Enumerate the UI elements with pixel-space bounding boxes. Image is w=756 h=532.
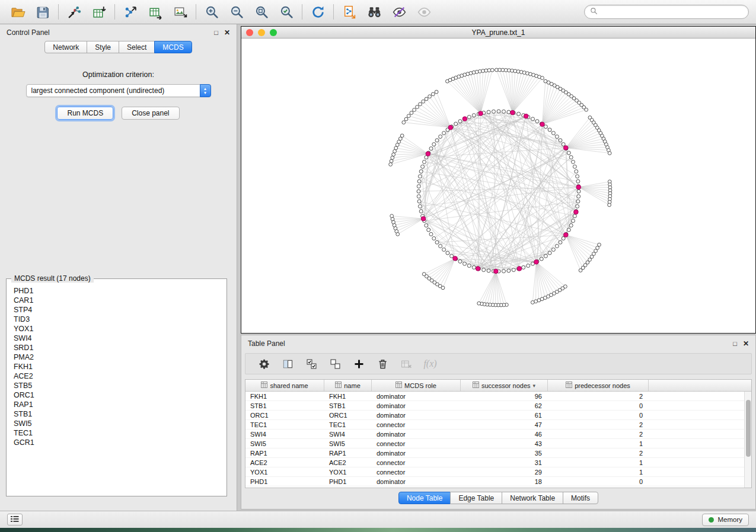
import-network-icon[interactable] [63,3,85,21]
deselect-all-icon[interactable] [326,355,344,372]
column-grid-icon [566,382,572,389]
control-panel-tabs: NetworkStyleSelectMCDS [0,41,237,53]
mcds-result-item[interactable]: GCR1 [14,438,225,447]
close-panel-icon[interactable]: ✕ [224,29,230,36]
tab-mcds[interactable]: MCDS [154,41,192,53]
select-all-icon[interactable] [302,355,321,372]
network-window-title: YPA_prune.txt_1 [472,28,525,37]
table-cell: 2 [548,431,649,438]
tab-select[interactable]: Select [119,41,155,53]
column-header-predecessor-nodes[interactable]: predecessor nodes [548,380,649,391]
zoom-in-icon[interactable] [201,3,222,21]
gear-icon[interactable] [255,355,273,372]
table-header-row: shared namenameMCDS rolesuccessor nodes▾… [245,380,751,392]
scrollbar-thumb[interactable] [746,400,751,457]
zoom-selected-icon[interactable] [276,3,297,21]
criterion-select[interactable]: largest connected component (undirected)… [26,84,211,97]
open-icon[interactable] [7,3,28,21]
mcds-result-item[interactable]: STP4 [14,305,225,315]
memory-button[interactable]: Memory [702,514,749,526]
mcds-result-item[interactable]: CAR1 [14,296,225,305]
mcds-result-item[interactable]: SWI4 [14,334,225,343]
tab-edge-table[interactable]: Edge Table [450,492,502,504]
table-cell: 0 [548,412,649,419]
mcds-result-item[interactable]: STB5 [14,381,225,390]
close-table-panel-icon[interactable]: ✕ [743,340,749,347]
mcds-result-item[interactable]: SWI5 [14,419,225,428]
table-row[interactable]: RAP1RAP1dominator352 [245,448,744,458]
tab-network-table[interactable]: Network Table [502,492,563,504]
float-table-panel-icon[interactable]: □ [733,341,737,347]
column-header-shared-name[interactable]: shared name [245,380,324,391]
table-cell: SWI4 [324,431,372,438]
select-stepper-icon: ▲▼ [200,84,211,97]
column-header-successor-nodes[interactable]: successor nodes▾ [461,380,548,391]
network-window-titlebar[interactable]: YPA_prune.txt_1 [241,27,755,39]
zoom-out-icon[interactable] [226,3,247,21]
table-row[interactable]: ORC1ORC1dominator610 [245,411,744,420]
export-image-icon[interactable] [170,3,191,21]
add-column-icon[interactable] [350,355,368,372]
tab-node-table[interactable]: Node Table [398,492,451,504]
import-table-icon[interactable] [88,3,110,21]
network-canvas[interactable] [241,39,755,333]
column-header-mcds-role[interactable]: MCDS role [372,380,461,391]
columns-icon[interactable] [279,355,297,372]
table-row[interactable]: ACE2ACE2connector311 [245,458,744,467]
mcds-result-item[interactable]: ACE2 [14,371,225,381]
mcds-result-item[interactable]: YOX1 [14,324,225,334]
table-toolbar: f(x) [245,353,752,374]
mcds-result-item[interactable]: PHD1 [14,286,225,296]
network-file-icon[interactable] [339,3,360,21]
mcds-result-item[interactable]: TEC1 [14,428,225,438]
mcds-result-item[interactable]: TID3 [14,315,225,324]
search-binoculars-icon[interactable] [363,3,385,21]
table-cell: RAP1 [324,450,372,457]
table-cell: 96 [461,393,548,400]
column-grid-icon [395,382,402,389]
tab-network[interactable]: Network [44,41,87,53]
window-close-button[interactable] [246,29,253,36]
save-icon[interactable] [32,3,53,21]
table-cell: ORC1 [245,412,324,419]
column-header-name[interactable]: name [324,380,372,391]
export-table-icon[interactable] [145,3,166,21]
table-row[interactable]: PHD1PHD1dominator180 [245,477,744,486]
tab-style[interactable]: Style [87,41,119,53]
export-network-icon[interactable] [120,3,141,21]
close-panel-button[interactable]: Close panel [122,107,179,120]
table-cell: TEC1 [245,421,324,428]
zoom-fit-icon[interactable] [251,3,272,21]
list-icon [11,515,19,524]
table-row[interactable]: SWI4SWI4dominator462 [245,430,744,439]
delete-column-icon[interactable] [374,355,392,372]
mcds-result-item[interactable]: ORC1 [14,390,225,400]
window-minimize-button[interactable] [258,29,265,36]
table-cell: ACE2 [245,459,324,466]
mcds-result-item[interactable]: SRD1 [14,343,225,352]
graphics-details-icon[interactable] [388,3,410,21]
table-scrollbar[interactable] [744,392,751,488]
table-row[interactable]: STB1STB1dominator620 [245,401,744,411]
refresh-icon[interactable] [307,3,328,21]
run-mcds-button[interactable]: Run MCDS [57,107,113,120]
table-row[interactable]: SWI5SWI5connector431 [245,439,744,448]
mcds-result-item[interactable]: PMA2 [14,352,225,362]
table-row[interactable]: YOX1YOX1connector291 [245,467,744,477]
window-zoom-button[interactable] [270,29,277,36]
table-row[interactable]: TEC1TEC1connector472 [245,420,744,430]
table-row[interactable]: FKH1FKH1dominator962 [245,392,744,401]
mcds-result-list[interactable]: PHD1CAR1STP4TID3YOX1SWI4SRD1PMA2FKH1ACE2… [14,286,225,494]
table-cell: 35 [461,450,548,457]
table-cell: 2 [548,421,649,428]
mcds-result-item[interactable]: STB1 [14,409,225,419]
panel-selector-button[interactable] [7,514,23,525]
network-graph[interactable] [241,39,755,333]
mcds-result-item[interactable]: RAP1 [14,400,225,409]
tab-motifs[interactable]: Motifs [563,492,598,504]
float-panel-icon[interactable]: □ [214,30,218,36]
search-input[interactable] [601,8,743,16]
search-box[interactable] [584,5,749,19]
mcds-result-item[interactable]: FKH1 [14,362,225,371]
memory-label: Memory [717,516,742,523]
